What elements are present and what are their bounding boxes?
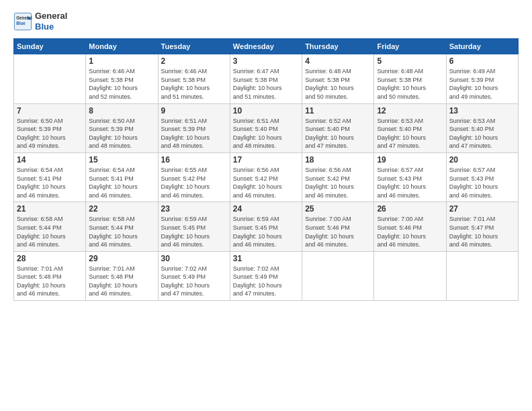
day-number: 31 [233,254,299,263]
calendar-cell: 5Sunrise: 6:48 AM Sunset: 5:38 PM Daylig… [374,54,446,103]
day-number: 27 [449,204,515,214]
calendar-cell: 3Sunrise: 6:47 AM Sunset: 5:38 PM Daylig… [230,54,302,103]
day-info: Sunrise: 6:51 AM Sunset: 5:40 PM Dayligh… [233,117,299,150]
day-info: Sunrise: 6:50 AM Sunset: 5:39 PM Dayligh… [17,117,83,150]
day-info: Sunrise: 6:58 AM Sunset: 5:44 PM Dayligh… [17,215,83,248]
calendar-cell: 12Sunrise: 6:53 AM Sunset: 5:40 PM Dayli… [374,103,446,152]
calendar-cell: 17Sunrise: 6:56 AM Sunset: 5:42 PM Dayli… [230,152,302,201]
week-row-2: 7Sunrise: 6:50 AM Sunset: 5:39 PM Daylig… [14,103,519,152]
calendar-cell: 29Sunrise: 7:01 AM Sunset: 5:48 PM Dayli… [86,251,158,300]
day-number: 6 [449,56,515,66]
day-number: 25 [305,204,371,214]
day-number: 2 [161,56,227,66]
calendar-cell: 7Sunrise: 6:50 AM Sunset: 5:39 PM Daylig… [14,103,86,152]
logo: General Blue General Blue [13,11,67,32]
calendar-cell: 20Sunrise: 6:57 AM Sunset: 5:43 PM Dayli… [446,152,518,201]
day-number: 29 [89,254,154,263]
day-number: 26 [377,204,443,214]
day-number: 19 [377,155,443,165]
day-info: Sunrise: 6:56 AM Sunset: 5:42 PM Dayligh… [305,166,371,199]
day-info: Sunrise: 6:51 AM Sunset: 5:39 PM Dayligh… [161,117,227,150]
day-info: Sunrise: 7:01 AM Sunset: 5:47 PM Dayligh… [449,215,515,248]
calendar-cell: 2Sunrise: 6:46 AM Sunset: 5:38 PM Daylig… [158,54,230,103]
day-info: Sunrise: 6:53 AM Sunset: 5:40 PM Dayligh… [377,117,443,150]
calendar-cell: 11Sunrise: 6:52 AM Sunset: 5:40 PM Dayli… [302,103,374,152]
calendar: SundayMondayTuesdayWednesdayThursdayFrid… [13,38,519,301]
week-row-3: 14Sunrise: 6:54 AM Sunset: 5:41 PM Dayli… [14,152,519,201]
day-number: 9 [161,106,227,116]
calendar-cell: 8Sunrise: 6:50 AM Sunset: 5:39 PM Daylig… [86,103,158,152]
day-number: 8 [89,106,154,116]
calendar-cell: 1Sunrise: 6:46 AM Sunset: 5:38 PM Daylig… [86,54,158,103]
day-number: 10 [233,106,299,116]
day-number: 28 [17,254,83,263]
calendar-cell: 31Sunrise: 7:02 AM Sunset: 5:49 PM Dayli… [230,251,302,300]
day-header-tuesday: Tuesday [158,39,230,54]
day-info: Sunrise: 7:00 AM Sunset: 5:46 PM Dayligh… [377,215,443,248]
calendar-cell: 15Sunrise: 6:54 AM Sunset: 5:41 PM Dayli… [86,152,158,201]
day-info: Sunrise: 6:48 AM Sunset: 5:38 PM Dayligh… [305,67,371,101]
logo-text: General Blue [35,11,67,32]
day-number: 24 [233,204,299,214]
day-info: Sunrise: 6:47 AM Sunset: 5:38 PM Dayligh… [233,67,299,101]
day-info: Sunrise: 6:55 AM Sunset: 5:42 PM Dayligh… [161,166,227,199]
calendar-cell: 4Sunrise: 6:48 AM Sunset: 5:38 PM Daylig… [302,54,374,103]
day-number: 16 [161,155,227,165]
calendar-cell: 24Sunrise: 6:59 AM Sunset: 5:45 PM Dayli… [230,202,302,251]
calendar-header-row: SundayMondayTuesdayWednesdayThursdayFrid… [14,39,519,54]
day-number: 21 [17,204,83,214]
day-header-wednesday: Wednesday [230,39,302,54]
day-number: 14 [17,155,83,165]
day-number: 17 [233,155,299,165]
day-info: Sunrise: 6:53 AM Sunset: 5:40 PM Dayligh… [449,117,515,150]
calendar-cell: 19Sunrise: 6:57 AM Sunset: 5:43 PM Dayli… [374,152,446,201]
day-info: Sunrise: 6:56 AM Sunset: 5:42 PM Dayligh… [233,166,299,199]
day-info: Sunrise: 7:01 AM Sunset: 5:48 PM Dayligh… [17,265,83,298]
calendar-cell: 26Sunrise: 7:00 AM Sunset: 5:46 PM Dayli… [374,202,446,251]
day-info: Sunrise: 7:02 AM Sunset: 5:49 PM Dayligh… [233,265,299,298]
logo-icon: General Blue [13,12,32,31]
calendar-cell: 28Sunrise: 7:01 AM Sunset: 5:48 PM Dayli… [14,251,86,300]
day-info: Sunrise: 6:59 AM Sunset: 5:45 PM Dayligh… [161,215,227,248]
day-header-monday: Monday [86,39,158,54]
day-header-saturday: Saturday [446,39,518,54]
page: General Blue General Blue SundayMondayTu… [0,0,532,411]
svg-text:Blue: Blue [16,20,26,25]
day-number: 7 [17,106,83,116]
calendar-cell: 9Sunrise: 6:51 AM Sunset: 5:39 PM Daylig… [158,103,230,152]
calendar-cell: 21Sunrise: 6:58 AM Sunset: 5:44 PM Dayli… [14,202,86,251]
day-info: Sunrise: 6:54 AM Sunset: 5:41 PM Dayligh… [89,166,154,199]
day-info: Sunrise: 6:59 AM Sunset: 5:45 PM Dayligh… [233,215,299,248]
day-info: Sunrise: 6:46 AM Sunset: 5:38 PM Dayligh… [161,67,227,101]
day-number: 20 [449,155,515,165]
day-number: 1 [89,56,154,66]
calendar-cell: 27Sunrise: 7:01 AM Sunset: 5:47 PM Dayli… [446,202,518,251]
calendar-cell: 16Sunrise: 6:55 AM Sunset: 5:42 PM Dayli… [158,152,230,201]
day-info: Sunrise: 6:49 AM Sunset: 5:39 PM Dayligh… [449,67,515,101]
day-number: 23 [161,204,227,214]
day-number: 12 [377,106,443,116]
day-number: 30 [161,254,227,263]
day-number: 3 [233,56,299,66]
calendar-cell: 14Sunrise: 6:54 AM Sunset: 5:41 PM Dayli… [14,152,86,201]
header: General Blue General Blue [13,11,519,32]
day-header-sunday: Sunday [14,39,86,54]
day-number: 11 [305,106,371,116]
calendar-cell [446,251,518,300]
day-header-thursday: Thursday [302,39,374,54]
day-number: 15 [89,155,154,165]
day-info: Sunrise: 6:46 AM Sunset: 5:38 PM Dayligh… [89,67,154,101]
day-number: 18 [305,155,371,165]
day-header-friday: Friday [374,39,446,54]
week-row-4: 21Sunrise: 6:58 AM Sunset: 5:44 PM Dayli… [14,202,519,251]
week-row-1: 1Sunrise: 6:46 AM Sunset: 5:38 PM Daylig… [14,54,519,103]
day-number: 5 [377,56,443,66]
calendar-cell: 13Sunrise: 6:53 AM Sunset: 5:40 PM Dayli… [446,103,518,152]
day-info: Sunrise: 6:57 AM Sunset: 5:43 PM Dayligh… [377,166,443,199]
calendar-cell [302,251,374,300]
day-info: Sunrise: 6:48 AM Sunset: 5:38 PM Dayligh… [377,67,443,101]
day-info: Sunrise: 6:54 AM Sunset: 5:41 PM Dayligh… [17,166,83,199]
day-info: Sunrise: 7:02 AM Sunset: 5:49 PM Dayligh… [161,265,227,298]
calendar-cell: 25Sunrise: 7:00 AM Sunset: 5:46 PM Dayli… [302,202,374,251]
calendar-cell: 23Sunrise: 6:59 AM Sunset: 5:45 PM Dayli… [158,202,230,251]
